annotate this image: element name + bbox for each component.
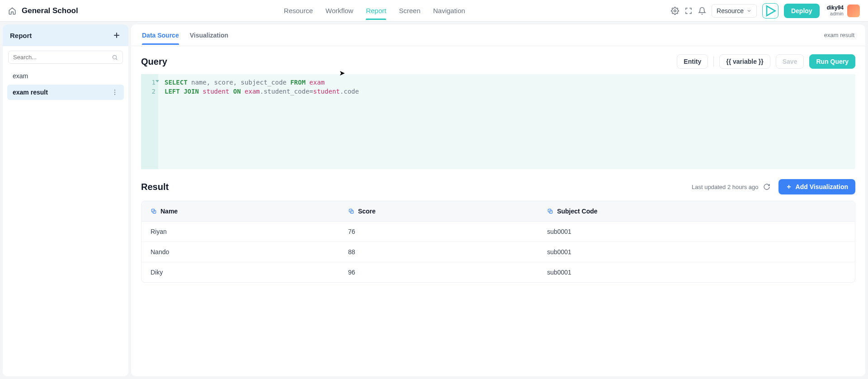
main-tabs: Data SourceVisualizationexam result — [131, 24, 865, 46]
sidebar-item-exam[interactable]: exam — [7, 68, 124, 84]
svg-point-4 — [114, 94, 115, 95]
preview-button[interactable] — [762, 3, 778, 19]
divider — [713, 57, 714, 66]
app-title: General School — [22, 6, 78, 15]
sidebar-search[interactable] — [8, 51, 123, 64]
svg-point-2 — [114, 90, 115, 90]
tab-visualization[interactable]: Visualization — [190, 26, 228, 44]
table-body: Riyan76sub0001Nando88sub0001Diky96sub000… — [142, 222, 855, 283]
avatar — [847, 5, 860, 17]
query-heading: Query — [141, 57, 167, 67]
variable-button[interactable]: {{ variable }} — [719, 54, 770, 69]
bell-icon[interactable] — [698, 7, 706, 15]
add-report-button[interactable] — [112, 31, 121, 40]
user-role: admin — [830, 11, 844, 16]
sql-editor[interactable]: 12 SELECT name, score, subject_code FROM… — [141, 74, 855, 169]
search-icon — [112, 54, 118, 61]
save-button[interactable]: Save — [776, 54, 804, 69]
deploy-button[interactable]: Deploy — [784, 4, 820, 18]
column-subject-code[interactable]: Subject Code — [538, 201, 837, 222]
user-menu[interactable]: diky94 admin — [827, 5, 860, 17]
copy-icon — [348, 208, 354, 214]
table-header-row: NameScoreSubject Code — [142, 201, 855, 222]
chevron-down-icon — [746, 8, 752, 14]
table-row[interactable]: Diky96sub0001 — [142, 262, 855, 283]
refresh-icon[interactable] — [763, 183, 770, 190]
header-nav: ResourceWorkflowReportScreenNavigation — [284, 1, 465, 20]
copy-icon — [151, 208, 157, 214]
home-icon[interactable] — [8, 7, 16, 15]
user-name: diky94 — [827, 5, 844, 11]
svg-point-3 — [114, 92, 115, 93]
sidebar-item-label: exam — [13, 72, 28, 80]
sidebar-item-label: exam result — [13, 89, 48, 96]
gear-icon[interactable] — [671, 7, 679, 15]
tab-data-source[interactable]: Data Source — [142, 26, 179, 44]
result-heading: Result — [141, 182, 169, 192]
header-left: General School — [8, 6, 78, 15]
result-toolbar: Result Last updated 2 hours ago Add Visu… — [141, 179, 855, 194]
editor-code[interactable]: SELECT name, score, subject_code FROM ex… — [158, 74, 365, 169]
header-right: Resource Deploy diky94 admin — [671, 3, 860, 19]
more-icon[interactable] — [111, 89, 118, 96]
svg-point-1 — [113, 55, 116, 59]
app-header: General School ResourceWorkflowReportScr… — [0, 0, 868, 22]
sidebar-list: examexam result — [3, 68, 128, 100]
column-score[interactable]: Score — [339, 201, 538, 222]
entity-button[interactable]: Entity — [677, 54, 708, 69]
editor-gutter: 12 — [141, 74, 158, 169]
svg-point-0 — [674, 9, 676, 12]
table-row[interactable]: Riyan76sub0001 — [142, 222, 855, 242]
sidebar-item-exam-result[interactable]: exam result — [7, 85, 124, 100]
nav-report[interactable]: Report — [366, 1, 386, 20]
copy-icon — [547, 208, 553, 214]
sidebar: Report examexam result — [3, 24, 128, 376]
add-visualization-button[interactable]: Add Visualization — [778, 179, 855, 194]
search-input[interactable] — [13, 54, 109, 61]
nav-navigation[interactable]: Navigation — [433, 1, 465, 20]
main-panel: ➤ Data SourceVisualizationexam result Qu… — [131, 24, 865, 376]
nav-resource[interactable]: Resource — [284, 1, 313, 20]
resource-dropdown[interactable]: Resource — [712, 4, 757, 18]
column-name[interactable]: Name — [142, 201, 339, 222]
nav-screen[interactable]: Screen — [399, 1, 420, 20]
plus-icon — [786, 184, 792, 190]
result-table: NameScoreSubject Code Riyan76sub0001Nand… — [142, 201, 855, 282]
breadcrumb: exam result — [824, 32, 854, 38]
run-query-button[interactable]: Run Query — [809, 54, 855, 69]
query-toolbar: Query Entity {{ variable }} Save Run Que… — [141, 54, 855, 69]
sidebar-header: Report — [3, 24, 128, 46]
nav-workflow[interactable]: Workflow — [326, 1, 353, 20]
result-updated: Last updated 2 hours ago — [692, 184, 758, 190]
result-table-wrap: NameScoreSubject Code Riyan76sub0001Nand… — [141, 201, 855, 283]
resource-dropdown-label: Resource — [717, 7, 744, 14]
fullscreen-icon[interactable] — [684, 7, 693, 15]
sidebar-title: Report — [10, 32, 32, 39]
table-row[interactable]: Nando88sub0001 — [142, 242, 855, 262]
